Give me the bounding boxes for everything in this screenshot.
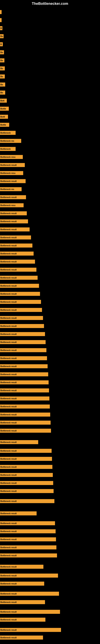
bar-label: Bottleneck result <box>0 212 17 214</box>
bar-row: Bottleneck result <box>0 600 45 605</box>
bar-row: Bottleneck result <box>0 404 50 409</box>
bar: Bottle <box>0 123 9 127</box>
bar-label: Bottleneck result <box>0 474 17 476</box>
bar: Bo <box>0 82 5 86</box>
bar: Bottleneck result <box>0 244 32 248</box>
bar-row: Bo <box>0 34 3 39</box>
bar-label: Bottleneck result <box>0 357 17 360</box>
bar-label: Bottleneck result <box>0 482 17 484</box>
bar-row: Bottleneck result <box>0 581 44 586</box>
bar-row: Bottleneck <box>0 146 16 152</box>
bar-label: Bottleneck <box>0 132 11 134</box>
bar-label: Bott <box>0 100 4 102</box>
bar-row: Bott <box>0 98 7 103</box>
bar-label: Bottleneck result <box>0 244 17 247</box>
bar-label: Bottleneck result <box>0 512 17 514</box>
bar-label: Bottleneck result <box>0 365 17 368</box>
bar-row: Bottleneck result <box>0 356 47 361</box>
bar-label: Bottleneck result <box>0 293 17 295</box>
bar-row: B <box>0 26 2 31</box>
bar: B <box>0 42 3 46</box>
bar: Bottleneck resu <box>0 171 23 175</box>
bar-label: Bottleneck result <box>0 490 17 492</box>
bar-row: Bottleneck result <box>0 299 41 304</box>
bar: Bottleneck result <box>0 636 43 640</box>
bar-row: Bottleneck result <box>0 564 43 569</box>
bar-row: Bottleneck result <box>0 480 53 486</box>
bar-row: Bottleneck result <box>0 291 40 296</box>
bar-label: Bottleneck result <box>0 458 17 460</box>
bar-row: Bottleneck result <box>0 537 56 542</box>
bar-row: Bottleneck result <box>0 456 52 462</box>
bar: Bottleneck result <box>0 308 42 312</box>
bar-label: Bottleneck <box>0 148 11 150</box>
bar-label: Bottleneck result <box>0 422 17 424</box>
bar: Bottleneck result <box>0 565 43 569</box>
bar-row: Bottleneck res <box>0 186 22 192</box>
bar: B <box>0 26 2 30</box>
bar-label: Bottleneck result <box>0 269 17 271</box>
bar-row: Bottleneck result <box>0 440 38 445</box>
bar-row: Bottleneck result <box>0 315 43 320</box>
bar-row: Bottleneck result <box>0 609 60 614</box>
bar-row: Bottleneck result <box>0 428 51 433</box>
bar-row: Bo <box>0 74 5 79</box>
bar-label: B <box>0 27 2 30</box>
bar-row: Bottleneck result <box>0 219 28 224</box>
bar: Bottleneck result <box>0 332 45 336</box>
bar-row: Bottleneck result <box>0 227 30 232</box>
bar: Bo <box>0 34 3 38</box>
bar-row: Bottleneck result <box>0 380 49 385</box>
bar-label: Bottleneck result <box>0 260 17 263</box>
bar-row: Bottleneck result <box>0 521 55 526</box>
bar-row: Bo <box>0 66 5 71</box>
bar: Bottleneck result <box>0 396 50 400</box>
bar-label: Bottleneck result <box>0 220 17 222</box>
bar: Bottleneck result <box>0 618 46 622</box>
bar-label: Bo <box>0 35 3 38</box>
bar: Bo <box>0 74 5 78</box>
bar-row: Bottleneck result <box>0 545 56 550</box>
bar: Bo <box>0 50 4 54</box>
bar-label: Bottleneck result <box>0 236 17 239</box>
bar-label: Bo <box>0 68 3 70</box>
bar <box>0 10 1 14</box>
bar-row: Bottleneck result <box>0 412 50 417</box>
bar-row: Bottleneck result <box>0 529 56 534</box>
bar-label: Bottleneck result <box>0 566 17 568</box>
bar-label: Bo <box>0 92 3 94</box>
bar: Bottleneck resu <box>0 203 24 207</box>
bar: Bottleneck result <box>0 356 47 360</box>
bar-row: Bottleneck result <box>0 573 58 578</box>
bar-row: Bottleneck result <box>0 396 50 401</box>
bar: Bottleneck <box>0 131 16 135</box>
bar: Bottleneck result <box>0 489 53 493</box>
bar: Bottleneck result <box>0 364 48 368</box>
bar-label: Bottleneck result <box>0 430 17 432</box>
bar: Bottleneck result <box>0 574 58 578</box>
bar: Bo <box>0 90 5 94</box>
bar-row: Bottleneck result <box>0 340 46 345</box>
bar: Bottleneck result <box>0 512 37 516</box>
bar-row: Bottleneck result <box>0 235 31 240</box>
bar: Bottleneck result <box>0 252 34 256</box>
bar: Bottleneck result <box>0 348 47 352</box>
bar-label: Bottleneck result <box>0 574 17 577</box>
bar: Bottleneck result <box>0 195 26 199</box>
bar-row: Bottleneck result <box>0 388 49 393</box>
bar: Bottleneck result <box>0 228 30 232</box>
bar-row: Bottleneck result <box>0 194 26 200</box>
bar: Bottleneck result <box>0 537 56 541</box>
bar-row: Bottleneck resu <box>0 170 23 176</box>
bar: Bottleneck result <box>0 179 26 183</box>
site-title: TheBottlenecker.com <box>0 0 100 8</box>
bar: Bottleneck result <box>0 268 36 272</box>
bar: Bottleneck result <box>0 481 53 485</box>
bar-label: Bottleneck result <box>0 582 17 585</box>
bar: Bottleneck result <box>0 546 56 550</box>
bar <box>0 18 1 22</box>
bar-label: Bottleneck resu <box>0 172 15 174</box>
bar-label: Bottl <box>0 116 5 118</box>
bar-label: Bottleneck result <box>0 252 17 255</box>
bar-label: Bottleneck result <box>0 196 17 198</box>
